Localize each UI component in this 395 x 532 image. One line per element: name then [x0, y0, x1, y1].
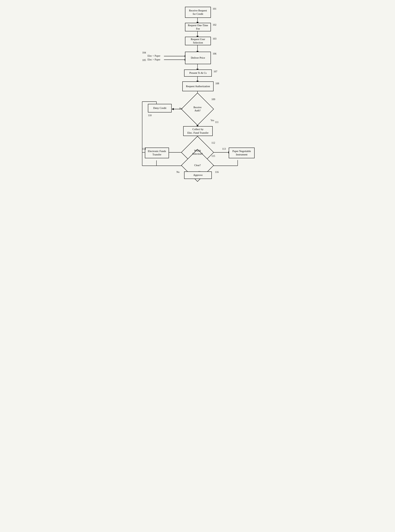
label-102: 102	[213, 23, 216, 26]
approve-box: Approve	[184, 172, 212, 179]
svg-marker-17	[172, 108, 174, 110]
request-auth-box: Request Authorization	[182, 81, 214, 91]
request-selection-box: Request UserSelection	[185, 37, 211, 45]
label-108: 108	[215, 82, 219, 85]
label-103: 103	[213, 38, 216, 40]
label-104: 104	[142, 51, 146, 54]
label-114: 114	[142, 148, 146, 150]
request-fee-box: Request One-TimeFee	[185, 23, 211, 31]
elec-gt-paper-label: Elec > Paper	[148, 58, 160, 61]
label-112: 112	[211, 141, 215, 144]
paper-negotiable-box: Paper NegotiableInstrument	[229, 148, 255, 158]
no-109-label: No	[179, 107, 182, 110]
label-110: 110	[148, 114, 151, 117]
label-101: 101	[213, 7, 216, 10]
yes-111-label: Yes	[210, 119, 214, 122]
label-116: 116	[215, 171, 219, 174]
receive-auth-diamond: ReceiveAuth?	[186, 97, 209, 121]
collect-eft-box: Collect byElec. Fund Transfer	[183, 126, 213, 136]
no-clear-label: No	[176, 171, 180, 174]
label-106: 106	[213, 52, 216, 55]
label-111: 111	[215, 121, 219, 124]
label-107: 107	[214, 70, 217, 73]
deny-credit-box: Deny Credit	[148, 104, 172, 113]
label-113: 113	[222, 148, 226, 150]
label-109: 109	[211, 98, 215, 101]
receive-request-box: Receive Requestfor Credit	[185, 7, 211, 18]
label-105: 105	[142, 59, 146, 62]
flowchart-container: Receive Requestfor Credit 101 Request On…	[132, 4, 263, 181]
elec-lt-paper-label: Elec < Paper	[148, 54, 160, 57]
present-ts-box: Present Ts & Cs	[184, 70, 212, 77]
deliver-price-box: Deliver Price	[185, 52, 211, 64]
electronic-funds-box: Electronic FundsTransfer	[145, 148, 169, 158]
label-115: 115	[211, 155, 215, 158]
